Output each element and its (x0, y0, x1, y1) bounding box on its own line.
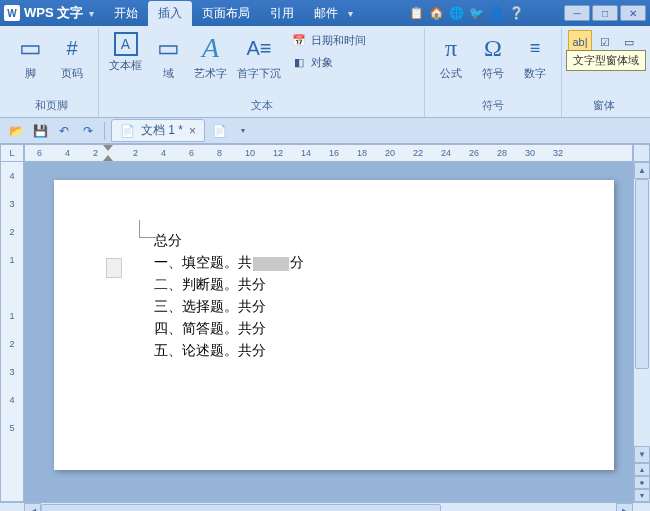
tab-start[interactable]: 开始 (104, 1, 148, 26)
cursor-mark (139, 220, 157, 238)
tab-layout[interactable]: 页面布局 (192, 1, 260, 26)
qat-user-icon[interactable]: 👤 (488, 5, 504, 21)
object-icon: ◧ (291, 54, 307, 70)
qat-home-icon[interactable]: 🏠 (428, 5, 444, 21)
page-number-button[interactable]: # 页码 (52, 30, 92, 83)
indent-marker[interactable] (103, 145, 113, 161)
formula-button[interactable]: π 公式 (431, 30, 471, 83)
ruler-vertical[interactable]: 432 11 234 5 (0, 162, 24, 502)
doc-icon: 📄 (120, 124, 135, 138)
open-button[interactable]: 📂 (6, 121, 26, 141)
qat-copy-icon[interactable]: 📋 (408, 5, 424, 21)
doc-line: 四、简答题。共分 (154, 318, 534, 340)
datetime-button[interactable]: 📅 日期和时间 (287, 30, 370, 50)
calendar-icon: 📅 (291, 32, 307, 48)
field-button[interactable]: ▭ 域 (148, 30, 188, 83)
window-maximize[interactable]: □ (592, 5, 618, 21)
group-symbol: 符号 (431, 96, 555, 115)
document-tab[interactable]: 📄 文档 1 * × (111, 119, 205, 142)
tooltip-text-form-field: 文字型窗体域 (566, 50, 646, 71)
doc-line: 五、论述题。共分 (154, 340, 534, 362)
omega-icon: Ω (477, 32, 509, 64)
redo-button[interactable]: ↷ (78, 121, 98, 141)
checkbox-icon: ☑ (597, 34, 613, 50)
wordart-icon: A (195, 32, 227, 64)
doc-tab-title: 文档 1 * (141, 122, 183, 139)
group-text: 文本 (105, 96, 418, 115)
scroll-down[interactable]: ▼ (634, 446, 650, 463)
tabs-more[interactable]: ▾ (348, 8, 353, 19)
tab-reference[interactable]: 引用 (260, 1, 304, 26)
browse-object[interactable]: ● (634, 476, 650, 489)
scroll-left[interactable]: ◀ (24, 503, 41, 511)
qat-bird-icon[interactable]: 🐦 (468, 5, 484, 21)
textbox-button[interactable]: A 文本框 (105, 30, 146, 75)
group-header-footer: 和页脚 (10, 96, 92, 115)
scroll-up[interactable]: ▲ (634, 162, 650, 179)
app-icon: W (4, 5, 20, 21)
doc-line: 一、填空题。共分 (154, 252, 534, 274)
tab-mail[interactable]: 邮件 (304, 1, 348, 26)
number-button[interactable]: ≡ 数字 (515, 30, 555, 83)
prev-page[interactable]: ▴ (634, 463, 650, 476)
doc-title: 总分 (154, 230, 534, 252)
app-title: WPS 文字 (24, 4, 83, 22)
number-icon: ≡ (519, 32, 551, 64)
scrollbar-horizontal[interactable]: ◀ ▶ (0, 502, 650, 511)
page-number-icon: # (56, 32, 88, 64)
scrollbar-vertical[interactable]: ▲ ▼ ▴ ● ▾ (633, 162, 650, 502)
window-close[interactable]: ✕ (620, 5, 646, 21)
tab-insert[interactable]: 插入 (148, 1, 192, 26)
page[interactable]: 总分 一、填空题。共分二、判断题。共分三、选择题。共分四、简答题。共分五、论述题… (54, 180, 614, 470)
margin-icon (106, 258, 122, 278)
qat-help-icon[interactable]: ❔ (508, 5, 524, 21)
doc-line: 三、选择题。共分 (154, 296, 534, 318)
undo-button[interactable]: ↶ (54, 121, 74, 141)
ruler-corner[interactable]: L (0, 144, 24, 162)
app-menu-dropdown[interactable]: ▾ (89, 8, 94, 19)
doc-line: 二、判断题。共分 (154, 274, 534, 296)
object-button[interactable]: ◧ 对象 (287, 52, 370, 72)
footer-icon: ▭ (14, 32, 46, 64)
field-icon: ▭ (152, 32, 184, 64)
scroll-thumb-v[interactable] (635, 179, 649, 369)
window-minimize[interactable]: ─ (564, 5, 590, 21)
scroll-thumb-h[interactable] (41, 504, 441, 511)
next-page[interactable]: ▾ (634, 489, 650, 502)
dropcap-button[interactable]: A≡ 首字下沉 (233, 30, 285, 83)
wordart-button[interactable]: A 艺术字 (190, 30, 231, 83)
scroll-right[interactable]: ▶ (616, 503, 633, 511)
document-area[interactable]: 总分 一、填空题。共分二、判断题。共分三、选择题。共分四、简答题。共分五、论述题… (24, 162, 633, 502)
text-form-field-icon: ab| (572, 34, 588, 50)
symbol-button[interactable]: Ω 符号 (473, 30, 513, 83)
pi-icon: π (435, 32, 467, 64)
qat-globe-icon[interactable]: 🌐 (448, 5, 464, 21)
new-doc-dd[interactable]: ▾ (233, 121, 253, 141)
doc-tab-close[interactable]: × (189, 124, 196, 138)
group-form: 窗体 (568, 96, 640, 115)
ruler-horizontal[interactable]: 6 4 2 2 4 6 8 10 12 14 16 18 20 22 24 26… (24, 144, 633, 162)
header-footer-button[interactable]: ▭ 脚 (10, 30, 50, 83)
new-doc-button[interactable]: 📄 (209, 121, 229, 141)
dropcap-icon: A≡ (243, 32, 275, 64)
save-button[interactable]: 💾 (30, 121, 50, 141)
dropdown-icon: ▭ (621, 34, 637, 50)
textbox-icon: A (114, 32, 138, 56)
